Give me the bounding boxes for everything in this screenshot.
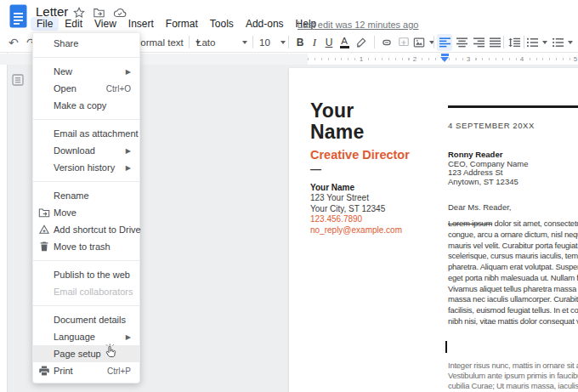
menu-item-shortcut: Ctrl+P bbox=[107, 366, 131, 376]
highlight-color-button[interactable] bbox=[353, 34, 368, 51]
bulleted-list-button[interactable] bbox=[552, 34, 573, 51]
document-text-line[interactable]: mauris vel velit. Curabitur porta feugia… bbox=[448, 241, 578, 252]
menu-item-label: Add shortcut to Drive bbox=[54, 224, 141, 235]
menu-insert[interactable]: Insert bbox=[122, 17, 160, 31]
menu-item-move[interactable]: Move bbox=[33, 204, 139, 221]
submenu-arrow-icon: ▶ bbox=[126, 164, 131, 172]
menu-format[interactable]: Format bbox=[160, 17, 204, 31]
menu-item-add-shortcut-to-drive[interactable]: Add shortcut to Drive bbox=[33, 221, 139, 238]
styles-dropdown[interactable]: Normal text bbox=[133, 34, 201, 51]
recipient-block[interactable]: Ronny Reader CEO, Company Name 123 Addre… bbox=[448, 151, 529, 186]
numbered-list-icon bbox=[527, 37, 538, 48]
indent-marker[interactable] bbox=[440, 54, 449, 64]
menu-view[interactable]: View bbox=[88, 17, 122, 31]
menu-tools[interactable]: Tools bbox=[204, 17, 240, 31]
menu-item-version-history[interactable]: Version history▶ bbox=[33, 159, 139, 176]
menu-item-share[interactable]: Share bbox=[33, 35, 139, 52]
menu-edit[interactable]: Edit bbox=[59, 17, 88, 31]
menu-item-publish-to-the-web[interactable]: Publish to the web bbox=[33, 266, 139, 283]
google-docs-logo-icon[interactable] bbox=[9, 4, 27, 28]
align-right-icon bbox=[473, 37, 484, 48]
menu-bar: File Edit View Insert Format Tools Add-o… bbox=[31, 17, 322, 31]
menu-item-email-collaborators: Email collaborators bbox=[33, 283, 139, 300]
italic-button[interactable]: I bbox=[307, 34, 322, 51]
menu-item-print[interactable]: PrintCtrl+P bbox=[33, 362, 139, 379]
align-center-button[interactable] bbox=[454, 34, 469, 51]
text-color-button[interactable]: A bbox=[337, 34, 352, 51]
letterhead-dash[interactable]: — bbox=[310, 162, 321, 175]
letterhead-name[interactable]: Your Name bbox=[310, 100, 364, 143]
menu-item-move-to-trash[interactable]: Move to trash bbox=[33, 238, 139, 255]
ruler-number: 4 bbox=[517, 55, 527, 63]
menu-item-label: Print bbox=[54, 366, 73, 376]
menu-item-label: Move to trash bbox=[54, 241, 110, 252]
body-paragraph-2[interactable]: Integer risus nunc, mattis in ornare sit… bbox=[448, 361, 578, 390]
document-text-line[interactable]: Integer risus nunc, mattis in ornare sit… bbox=[448, 361, 578, 371]
document-outline-icon[interactable] bbox=[11, 73, 25, 87]
sender-contact-block[interactable]: Your Name 123 Your Street Your City, ST … bbox=[310, 183, 402, 236]
numbered-list-button[interactable] bbox=[527, 34, 547, 51]
body-paragraph-1[interactable]: Lorem ipsum dolor sit amet, consectetur … bbox=[448, 219, 578, 327]
align-center-icon bbox=[456, 37, 468, 48]
document-text-line[interactable]: scelerisque, cursus mauris iaculis, temp… bbox=[448, 251, 578, 262]
document-text-line[interactable]: facilisis, euismod feugiat tellus. In et… bbox=[448, 305, 578, 316]
printer-icon bbox=[38, 365, 50, 377]
insert-image-button[interactable] bbox=[413, 34, 434, 51]
menu-item-email-as-attachment[interactable]: Email as attachment bbox=[33, 125, 139, 142]
toolbar-divider bbox=[288, 36, 289, 48]
menu-item-new[interactable]: New▶ bbox=[33, 63, 139, 80]
menu-addons[interactable]: Add-ons bbox=[240, 17, 290, 31]
menu-item-make-a-copy[interactable]: Make a copy bbox=[33, 97, 139, 114]
document-page[interactable]: Your Name Creative Director — Your Name … bbox=[289, 68, 578, 392]
line-spacing-icon bbox=[508, 37, 520, 48]
font-size-dropdown[interactable]: 10 bbox=[259, 34, 286, 51]
menu-item-document-details[interactable]: Document details bbox=[33, 311, 139, 328]
bulleted-list-icon bbox=[552, 37, 564, 48]
bold-button[interactable]: B bbox=[292, 34, 308, 51]
menu-item-language[interactable]: Language▶ bbox=[33, 328, 139, 345]
submenu-arrow-icon: ▶ bbox=[126, 68, 131, 76]
toolbar-divider bbox=[524, 36, 524, 48]
document-text-line[interactable]: Vivamus aliquet tellus pharetra massa ru… bbox=[448, 284, 578, 295]
menu-item-rename[interactable]: Rename bbox=[33, 187, 139, 204]
document-text-line[interactable]: Vestibulum ante ipsum primis in faucibus… bbox=[448, 371, 578, 381]
insert-link-button[interactable] bbox=[379, 34, 394, 51]
document-text-line[interactable]: eget porta nibh malesuada ut. Nullam feu… bbox=[448, 273, 578, 284]
align-right-button[interactable] bbox=[471, 34, 486, 51]
document-text-line[interactable]: massa nec iaculis ullamcorper. Curabitur… bbox=[448, 294, 578, 305]
link-icon bbox=[381, 37, 393, 48]
menu-item-page-setup[interactable]: Page setup bbox=[33, 345, 139, 362]
chevron-down-icon bbox=[542, 41, 547, 44]
menu-item-label: Open bbox=[54, 83, 76, 94]
underline-button[interactable]: U bbox=[321, 34, 337, 51]
comment-plus-icon bbox=[398, 37, 410, 48]
submenu-arrow-icon: ▶ bbox=[126, 147, 131, 155]
salutation[interactable]: Dear Ms. Reader, bbox=[448, 202, 511, 212]
last-edit-link[interactable]: Last edit was 12 minutes ago bbox=[298, 20, 418, 30]
document-text-line[interactable]: congue, arcu a ornare dictum, nisl neque… bbox=[448, 230, 578, 241]
document-text-line[interactable]: nibh nisi, vitae mattis dolor consequat … bbox=[448, 316, 578, 327]
menu-file[interactable]: File bbox=[31, 17, 59, 31]
document-text-line[interactable]: pharetra. Aliquam erat volutpat. Suspend… bbox=[448, 262, 578, 273]
align-left-button[interactable] bbox=[437, 34, 452, 51]
toolbar-divider bbox=[503, 36, 504, 48]
menu-item-label: Email collaborators bbox=[54, 287, 133, 297]
line-spacing-button[interactable] bbox=[507, 34, 522, 51]
undo-button[interactable]: ↶ bbox=[8, 34, 19, 51]
image-icon bbox=[413, 37, 425, 48]
font-dropdown[interactable]: Lato bbox=[196, 34, 247, 51]
add-comment-button[interactable] bbox=[396, 34, 411, 51]
folder-move-icon bbox=[38, 207, 50, 219]
menu-divider bbox=[33, 260, 139, 261]
document-text-line[interactable]: cubilia Curae; Ut mauris massa, iaculis … bbox=[448, 381, 578, 391]
align-justify-button[interactable] bbox=[487, 34, 502, 51]
menu-divider bbox=[33, 305, 139, 306]
letter-date[interactable]: 4 SEPTEMBER 20XX bbox=[448, 121, 535, 130]
menu-item-label: Move bbox=[54, 207, 76, 218]
menu-item-download[interactable]: Download▶ bbox=[33, 142, 139, 159]
letterhead-job-title[interactable]: Creative Director bbox=[310, 148, 410, 162]
menu-item-label: Rename bbox=[54, 190, 89, 201]
menu-item-open[interactable]: OpenCtrl+O bbox=[33, 80, 139, 97]
app-header: Letter File Edit View Insert Format Tool… bbox=[0, 0, 578, 32]
menu-item-label: Make a copy bbox=[54, 100, 106, 111]
